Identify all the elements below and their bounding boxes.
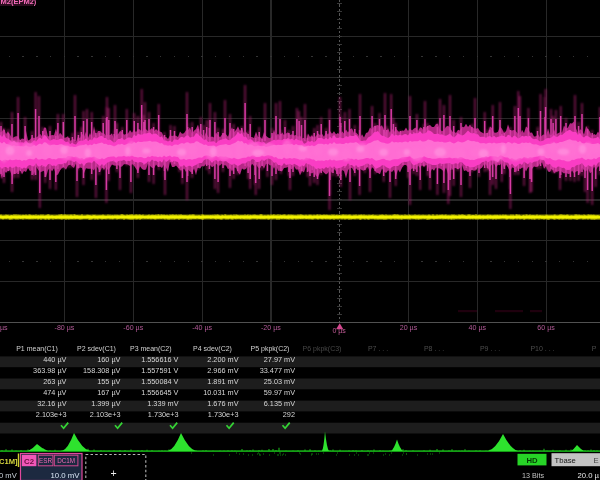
- svg-text:59.97 mV: 59.97 mV: [264, 388, 295, 397]
- svg-text:1.557591 V: 1.557591 V: [141, 366, 178, 375]
- svg-text:474 µV: 474 µV: [43, 388, 66, 397]
- svg-text:-100 µs: -100 µs: [0, 324, 8, 332]
- svg-text:HD: HD: [526, 456, 538, 465]
- svg-text:DC1M: DC1M: [57, 457, 75, 464]
- svg-text:0 µs: 0 µs: [333, 327, 347, 335]
- svg-text:M2(EPM2): M2(EPM2): [1, 0, 37, 6]
- svg-text:440 µV: 440 µV: [43, 355, 66, 364]
- svg-text:Tbase: Tbase: [555, 456, 576, 465]
- svg-text:2.103e+3: 2.103e+3: [36, 410, 67, 419]
- svg-text:10.0 mV: 10.0 mV: [50, 471, 80, 480]
- svg-text:C2: C2: [24, 457, 35, 466]
- svg-text:1.676 mV: 1.676 mV: [207, 399, 238, 408]
- svg-text:33.477 mV: 33.477 mV: [260, 366, 295, 375]
- svg-text:13 Bits: 13 Bits: [522, 471, 544, 480]
- svg-text:1.399 µV: 1.399 µV: [91, 399, 120, 408]
- svg-text:1.730e+3: 1.730e+3: [148, 410, 179, 419]
- svg-text:1.556616 V: 1.556616 V: [141, 355, 178, 364]
- svg-text:1.891 mV: 1.891 mV: [207, 377, 238, 386]
- svg-text:E: E: [593, 456, 598, 465]
- svg-text:1.339 mV: 1.339 mV: [147, 399, 178, 408]
- svg-text:160 µV: 160 µV: [97, 355, 120, 364]
- svg-text:P7 . . .: P7 . . .: [368, 345, 388, 352]
- svg-text:2.103e+3: 2.103e+3: [90, 410, 121, 419]
- svg-text:167 µV: 167 µV: [97, 388, 120, 397]
- svg-text:P6 pkpk(C3): P6 pkpk(C3): [303, 345, 342, 353]
- svg-text:-40 µs: -40 µs: [192, 324, 212, 332]
- svg-text:10.031 mV: 10.031 mV: [203, 388, 238, 397]
- svg-text:-20 µs: -20 µs: [261, 324, 281, 332]
- svg-text:P9 . . .: P9 . . .: [480, 345, 500, 352]
- svg-text:P2 sdev(C1): P2 sdev(C1): [77, 345, 116, 353]
- svg-text:P8 . . .: P8 . . .: [424, 345, 444, 352]
- svg-text:P5 pkpk(C2): P5 pkpk(C2): [251, 345, 290, 353]
- svg-text:32.16 µV: 32.16 µV: [37, 399, 66, 408]
- svg-text:0 mV: 0 mV: [0, 471, 18, 480]
- svg-text:20 µs: 20 µs: [400, 324, 418, 332]
- svg-text:6.135 mV: 6.135 mV: [264, 399, 295, 408]
- svg-text:1.556645 V: 1.556645 V: [141, 388, 178, 397]
- svg-text:C1M]: C1M]: [0, 457, 18, 466]
- svg-text:60 µs: 60 µs: [537, 324, 555, 332]
- svg-text:P4 sdev(C2): P4 sdev(C2): [193, 345, 232, 353]
- svg-text:158.308 µV: 158.308 µV: [83, 366, 121, 375]
- svg-text:P: P: [592, 345, 597, 352]
- svg-text:P3 mean(C2): P3 mean(C2): [130, 345, 172, 353]
- svg-text:P1 mean(C1): P1 mean(C1): [16, 345, 58, 353]
- svg-text:1.550084 V: 1.550084 V: [141, 377, 178, 386]
- svg-text:1.730e+3: 1.730e+3: [208, 410, 239, 419]
- svg-text:27.97 mV: 27.97 mV: [264, 355, 295, 364]
- svg-text:2.200 mV: 2.200 mV: [207, 355, 238, 364]
- svg-text:155 µV: 155 µV: [97, 377, 120, 386]
- svg-text:263 µV: 263 µV: [43, 377, 66, 386]
- svg-text:25.03 mV: 25.03 mV: [264, 377, 295, 386]
- svg-text:ESR: ESR: [39, 457, 52, 464]
- svg-text:40 µs: 40 µs: [469, 324, 487, 332]
- svg-text:-60 µs: -60 µs: [123, 324, 143, 332]
- svg-text:363.98 µV: 363.98 µV: [33, 366, 67, 375]
- svg-text:+: +: [110, 467, 116, 479]
- svg-text:2.966 mV: 2.966 mV: [207, 366, 238, 375]
- svg-text:292: 292: [283, 410, 295, 419]
- svg-text:P10 . . .: P10 . . .: [530, 345, 554, 352]
- svg-text:20.0 µ: 20.0 µ: [577, 471, 599, 480]
- svg-text:-80 µs: -80 µs: [55, 324, 75, 332]
